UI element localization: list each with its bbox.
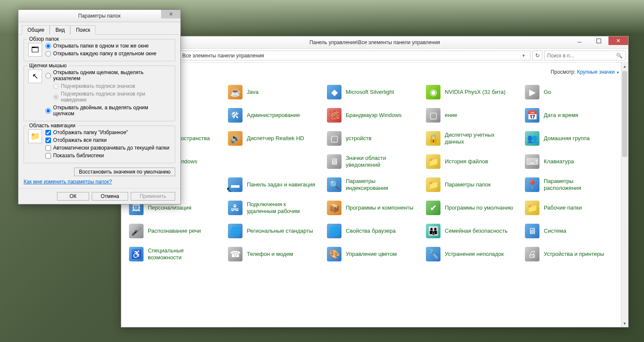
control-panel-item[interactable]: 📁История файлов (426, 154, 521, 169)
cancel-button[interactable]: Отмена (92, 192, 128, 201)
cp-item-icon: 🛠 (228, 108, 243, 123)
control-panel-item[interactable]: ☎Телефон и модем (228, 246, 323, 262)
cp-item-icon: 🎨 (327, 247, 341, 261)
radio-underline-always: Подчеркивать подписи значков (53, 83, 171, 89)
check-show-libraries[interactable]: Показать библиотеки (45, 153, 171, 159)
folder-window-icon: 🗔 (28, 43, 42, 57)
control-panel-item[interactable]: 🖨Устройства и принтеры (525, 246, 620, 262)
control-panel-item[interactable]: 📦Программы и компоненты (327, 200, 422, 216)
search-input[interactable] (547, 53, 616, 59)
cp-item-icon: 🧱 (327, 108, 341, 123)
refresh-button[interactable]: ↻ (532, 51, 542, 60)
chevron-down-icon[interactable]: ▼ (520, 54, 527, 58)
cp-item-icon: 🔒 (426, 131, 440, 146)
tab-view[interactable]: Вид (50, 25, 70, 35)
main-titlebar[interactable]: Панель управления\Все элементы панели уп… (121, 36, 628, 49)
cp-item-icon: 🎤 (129, 224, 144, 238)
folder-tree-icon: 📁 (28, 129, 42, 143)
control-panel-item[interactable]: 🖧Подключения к удаленным рабочим (228, 200, 323, 216)
control-panel-item[interactable]: 🔒Диспетчер учетных данных (426, 131, 521, 146)
cp-item-label: Устранение неполадок (445, 251, 504, 258)
control-panel-item[interactable]: 👪Семейная безопасность (426, 223, 521, 239)
cp-item-label: Устройства и принтеры (544, 251, 604, 258)
control-panel-item[interactable]: ▬Панель задач и навигация (228, 177, 323, 192)
dialog-tabs: Общие Вид Поиск (18, 22, 180, 35)
check-show-favorites[interactable]: Отображать папку "Избранное" (45, 129, 171, 135)
check-auto-expand[interactable]: Автоматически разворачивать до текущей п… (45, 145, 171, 151)
tab-general[interactable]: Общие (22, 25, 50, 35)
control-panel-item[interactable]: 🌐Свойства браузера (327, 223, 422, 239)
cp-item-icon: ◆ (327, 85, 341, 99)
dialog-close-button[interactable]: ✕ (161, 10, 180, 18)
control-panel-item[interactable]: ▶Go (525, 84, 620, 100)
content-area: тров компьютера Просмотр: Крупные значки… (121, 63, 628, 327)
cp-item-label: Специальные возможности (148, 247, 216, 261)
control-panel-item[interactable]: ◉NVIDIA PhysX (32 бита) (426, 84, 521, 100)
ok-button[interactable]: ОК (57, 192, 89, 201)
radio-single-click[interactable]: Открывать одним щелчком, выделять указат… (45, 69, 171, 81)
help-link[interactable]: Как мне изменить параметры папок? (24, 179, 112, 185)
minimize-button[interactable] (570, 36, 589, 45)
cp-item-label: Программы по умолчанию (445, 204, 513, 211)
tab-search[interactable]: Поиск (70, 25, 96, 35)
cp-item-label: Программы и компоненты (346, 204, 413, 211)
cp-item-icon: 📁 (426, 154, 440, 169)
cp-item-label: ение (445, 112, 457, 119)
control-panel-item[interactable]: ⌨Клавиатура (525, 154, 620, 169)
control-panel-item[interactable]: 🔊Диспетчер Realtek HD (228, 131, 323, 146)
window-buttons (570, 36, 628, 45)
control-panel-item[interactable]: ☕Java (228, 84, 323, 100)
cp-item-icon: 📍 (525, 177, 539, 192)
control-panel-item[interactable]: 📁Параметры папок (426, 177, 521, 192)
cp-item-label: Распознавание речи (148, 228, 201, 234)
check-show-all-folders[interactable]: Отображать все папки (45, 137, 171, 143)
control-panel-item[interactable]: 🛠Администрирование (228, 108, 323, 123)
control-panel-item[interactable]: 🔍Параметры индексирования (327, 177, 422, 192)
control-panel-item[interactable]: 📍Параметры расположения (525, 177, 620, 192)
control-panel-item[interactable]: 📁Рабочие папки (525, 200, 620, 216)
scrollbar-thumb[interactable] (622, 71, 627, 157)
control-panel-item[interactable]: ✔Программы по умолчанию (426, 200, 521, 216)
breadcrumb[interactable]: Панель управления ▶ Все элементы панели … (124, 51, 530, 60)
dialog-footer: ОК Отмена Применить (18, 188, 180, 204)
control-panel-item[interactable]: 🧱Брандмауэр Windows (327, 108, 422, 123)
dialog-titlebar[interactable]: Параметры папок ✕ (18, 10, 180, 22)
restore-defaults-button[interactable]: Восстановить значения по умолчанию (74, 168, 175, 176)
radio-new-window[interactable]: Открывать каждую папку в отдельном окне (45, 51, 171, 57)
close-button[interactable] (608, 36, 628, 45)
apply-button[interactable]: Применить (131, 192, 175, 201)
cp-item-icon: ✔ (426, 201, 440, 215)
control-panel-item[interactable]: 🖥Значки области уведомлений (327, 154, 422, 169)
control-panel-item[interactable]: 🌐Региональные стандарты (228, 223, 323, 239)
group-browse-folders: Обзор папок 🗔 Открывать папки в одном и … (24, 39, 175, 61)
control-panel-item[interactable]: 🖥Система (525, 223, 620, 239)
maximize-button[interactable] (589, 36, 608, 45)
cp-item-icon: 👥 (525, 131, 539, 146)
radio-same-window[interactable]: Открывать папки в одном и том же окне (45, 43, 171, 49)
control-panel-item[interactable]: 🔧Устранение неполадок (426, 246, 521, 262)
breadcrumb-part[interactable]: Все элементы панели управления (182, 53, 264, 59)
control-panel-item[interactable]: ◆Microsoft Silverlight (327, 84, 422, 100)
scroll-down-icon[interactable]: ▼ (621, 320, 628, 327)
radio-double-click[interactable]: Открывать двойным, а выделять одним щелч… (45, 105, 171, 117)
cp-item-label: Администрирование (247, 112, 300, 119)
control-panel-item[interactable]: ♿Специальные возможности (129, 246, 224, 262)
cp-item-label: Параметры расположения (544, 178, 612, 192)
cp-item-icon: ♿ (129, 247, 144, 261)
group-nav-pane: Область навигации 📁 Отображать папку "Из… (24, 126, 175, 163)
cp-item-icon: ◉ (426, 85, 440, 99)
scroll-up-icon[interactable]: ▲ (621, 63, 628, 70)
cp-item-label: Значки области уведомлений (346, 155, 414, 169)
control-panel-item[interactable]: 📅Дата и время (525, 108, 620, 123)
search-box[interactable]: 🔍 (544, 51, 626, 60)
cp-item-label: Персонализация (148, 204, 192, 211)
control-panel-item[interactable]: 👥Домашняя группа (525, 131, 620, 146)
cp-item-icon: 🔊 (228, 131, 243, 146)
scrollbar-vertical[interactable]: ▲ ▼ (621, 63, 628, 327)
view-toggle[interactable]: Просмотр: Крупные значки ▼ (551, 69, 620, 75)
cp-item-icon: 👪 (426, 224, 440, 238)
control-panel-item[interactable]: 🎤Распознавание речи (129, 223, 224, 239)
control-panel-item[interactable]: ▢устройств (327, 131, 422, 146)
control-panel-item[interactable]: 🎨Управление цветом (327, 246, 422, 262)
control-panel-item[interactable]: ▢ение (426, 108, 521, 123)
